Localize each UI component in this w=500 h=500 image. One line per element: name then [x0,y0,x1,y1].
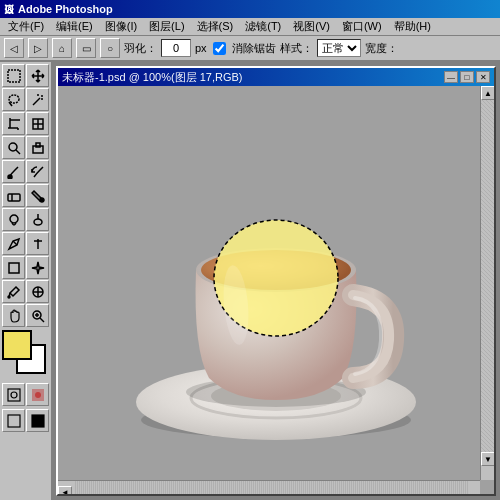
tool-row-5 [2,160,49,183]
circle-btn[interactable]: ○ [100,38,120,58]
svg-rect-42 [8,415,20,427]
history-brush-tool[interactable] [26,160,49,183]
doc-close-btn[interactable]: ✕ [476,71,490,83]
eyedropper-tool[interactable] [2,280,25,303]
cup-scene-svg [121,130,431,450]
pen-tool[interactable] [2,232,25,255]
nav-home-btn[interactable]: ⌂ [52,38,72,58]
move-tool[interactable] [26,64,49,87]
blur-tool[interactable] [2,208,25,231]
menu-layer[interactable]: 图层(L) [143,18,190,35]
measure-tool[interactable] [26,280,49,303]
antialias-label: 消除锯齿 [232,41,276,56]
tool-row-11 [2,304,49,327]
scroll-up-btn[interactable]: ▲ [481,86,494,100]
tool-row-mask [2,383,49,406]
tool-row-7 [2,208,49,231]
svg-rect-28 [9,263,19,273]
eraser-tool[interactable] [2,184,25,207]
tool-row-4 [2,136,49,159]
zoom-tool[interactable] [26,304,49,327]
menu-bar: 文件(F) 编辑(E) 图像(I) 图层(L) 选择(S) 滤镜(T) 视图(V… [0,18,500,36]
scroll-left-btn[interactable]: ◄ [58,486,72,495]
feather-unit: px [195,42,207,54]
menu-file[interactable]: 文件(F) [2,18,50,35]
crop-tool[interactable] [2,112,25,135]
menu-help[interactable]: 帮助(H) [388,18,437,35]
svg-rect-17 [36,143,40,147]
nav-back-btn[interactable]: ◁ [4,38,24,58]
feather-input[interactable] [161,39,191,57]
tool-row-10 [2,280,49,303]
rect-marquee-tool[interactable] [2,64,25,87]
slice-tool[interactable] [26,112,49,135]
standard-screen-btn[interactable] [2,409,25,432]
title-bar: 🖼 Adobe Photoshop [0,0,500,18]
svg-point-18 [8,175,12,179]
menu-select[interactable]: 选择(S) [191,18,240,35]
app-icon: 🖼 [4,4,14,15]
style-label: 样式： [280,41,313,56]
tool-row-1 [2,64,49,87]
scrollbar-horizontal[interactable]: ◄ ► [58,480,480,494]
doc-titlebar: 未标器-1.psd @ 100%(图层 17,RGB) — □ ✕ [58,68,494,86]
doc-minimize-btn[interactable]: — [444,71,458,83]
menu-window[interactable]: 窗口(W) [336,18,388,35]
tool-row-8 [2,232,49,255]
feather-label: 羽化： [124,41,157,56]
svg-point-1 [9,95,19,103]
menu-view[interactable]: 视图(V) [287,18,336,35]
rect-btn[interactable]: ▭ [76,38,96,58]
brush-tool[interactable] [2,160,25,183]
scrollbar-vertical[interactable]: ▲ ▼ [480,86,494,480]
main-area: 未标器-1.psd @ 100%(图层 17,RGB) — □ ✕ [0,62,500,500]
text-tool[interactable] [26,232,49,255]
lasso-tool[interactable] [2,88,25,111]
tool-row-6 [2,184,49,207]
svg-line-3 [33,98,40,105]
doc-content: ▲ ▼ ◄ ► [58,86,494,494]
canvas-area: 未标器-1.psd @ 100%(图层 17,RGB) — □ ✕ [52,62,500,500]
svg-point-39 [11,392,17,398]
svg-point-41 [35,392,41,398]
svg-rect-0 [8,70,20,82]
menu-image[interactable]: 图像(I) [99,18,143,35]
stamp-tool[interactable] [26,136,49,159]
svg-line-15 [16,150,20,154]
quickmask-mode-btn[interactable] [26,383,49,406]
svg-point-30 [8,296,10,298]
svg-point-23 [34,219,42,225]
sparkle-tool[interactable] [26,256,49,279]
magic-wand-tool[interactable] [26,88,49,111]
hand-tool[interactable] [2,304,25,327]
menu-filter[interactable]: 滤镜(T) [239,18,287,35]
doc-maximize-btn[interactable]: □ [460,71,474,83]
fullscreen-btn[interactable] [26,409,49,432]
standard-mode-btn[interactable] [2,383,25,406]
svg-rect-38 [8,389,20,401]
style-select[interactable]: 正常 [317,39,361,57]
tool-row-3 [2,112,49,135]
width-label: 宽度： [365,41,398,56]
toolbar [0,62,52,500]
svg-point-21 [40,198,44,202]
doc-window: 未标器-1.psd @ 100%(图层 17,RGB) — □ ✕ [56,66,496,496]
fill-tool[interactable] [26,184,49,207]
svg-line-35 [40,318,44,322]
healing-brush-tool[interactable] [2,136,25,159]
svg-point-22 [10,215,18,223]
nav-forward-btn[interactable]: ▷ [28,38,48,58]
scroll-down-btn[interactable]: ▼ [481,452,494,466]
color-area [2,330,50,378]
app-title: Adobe Photoshop [18,3,113,15]
tool-row-2 [2,88,49,111]
doc-controls: — □ ✕ [444,71,490,83]
svg-line-25 [13,241,17,245]
foreground-color-swatch[interactable] [2,330,32,360]
shape-tool[interactable] [2,256,25,279]
antialias-checkbox[interactable] [213,42,226,55]
menu-edit[interactable]: 编辑(E) [50,18,99,35]
dodge-tool[interactable] [26,208,49,231]
svg-rect-43 [32,415,44,427]
options-bar: ◁ ▷ ⌂ ▭ ○ 羽化： px 消除锯齿 样式： 正常 宽度： [0,36,500,62]
